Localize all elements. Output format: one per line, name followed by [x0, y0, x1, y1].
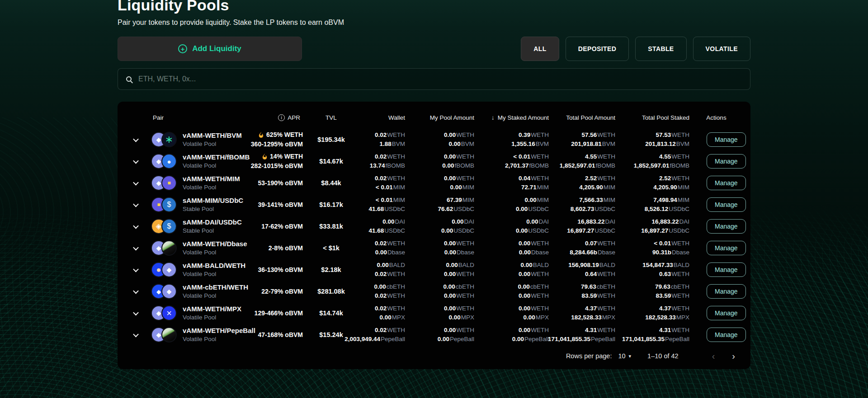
rows-per-page-select[interactable]: 10 ▾: [618, 352, 631, 360]
manage-button[interactable]: Manage: [707, 176, 746, 190]
table-row: ◆ vAMM-WETH/Dbase Volatile Pool 2-8% oBV…: [125, 237, 743, 259]
wallet-cell: 0.02WETH1.88BVM: [359, 131, 405, 149]
add-liquidity-label: Add Liquidity: [192, 44, 241, 53]
manage-button[interactable]: Manage: [707, 241, 746, 255]
col-total-pool-staked[interactable]: Total Pool Staked: [615, 114, 689, 121]
fire-icon: [258, 131, 264, 138]
total-pool-staked-cell: 16,883.22DAI16,897.27USDbC: [615, 217, 689, 236]
col-my-staked-amount[interactable]: ↓ My Staked Amount: [474, 114, 549, 121]
total-pool-amount-cell: 79.63cbETH83.59WETH: [549, 282, 615, 301]
add-liquidity-button[interactable]: + Add Liquidity: [118, 37, 302, 61]
pair-token-icons: ● ◆: [151, 262, 177, 277]
pair-token-icons: ◆ ●: [151, 154, 177, 169]
manage-button[interactable]: Manage: [707, 306, 746, 320]
pagination: Rows per page: 10 ▾ 1–10 of 42 ‹ ›: [125, 346, 743, 366]
tvl-cell: $16.17k: [303, 201, 359, 208]
filter-volatile-button[interactable]: VOLATILE: [693, 37, 750, 61]
manage-button[interactable]: Manage: [707, 328, 746, 342]
fbomb-token-icon: ●: [161, 154, 177, 169]
pair-cell: ◆ ● vAMM-WETH/fBOMB Volatile Pool: [146, 153, 231, 170]
wallet-cell: 0.02WETH0.00Dbase: [359, 239, 405, 258]
total-pool-amount-cell: 4.31WETH171,041,855.35PepeBall: [549, 326, 615, 344]
manage-button[interactable]: Manage: [707, 197, 746, 212]
pair-token-icons: ◆ ◆: [151, 284, 177, 299]
my-staked-amount-cell: 0.00MIM0.00USDbC: [474, 196, 549, 214]
manage-button[interactable]: Manage: [707, 262, 746, 277]
fire-icon: [261, 153, 268, 160]
expand-row-button[interactable]: [130, 264, 142, 276]
chevron-down-icon: [133, 288, 139, 294]
wallet-cell: 0.02WETH13.74fBOMB: [359, 152, 405, 171]
my-staked-amount-cell: 0.00BALD0.00WETH: [474, 261, 549, 279]
my-staked-amount-cell: 0.00WETH0.00PepeBall: [474, 326, 549, 344]
caret-down-icon: ▾: [629, 353, 632, 359]
table-row: ● ◆ vAMM-BALD/WETH Volatile Pool 36-130%…: [125, 259, 743, 281]
manage-button[interactable]: Manage: [707, 154, 746, 169]
search-input[interactable]: [137, 75, 742, 84]
pair-cell: ◆ vAMM-WETH/Dbase Volatile Pool: [146, 239, 231, 257]
expand-row-button[interactable]: [130, 199, 142, 211]
manage-button[interactable]: Manage: [707, 132, 746, 147]
tvl-cell: $14.67k: [303, 158, 359, 165]
total-pool-amount-cell: 0.07WETH8,284.66bDbase: [549, 239, 615, 258]
expand-row-button[interactable]: [130, 242, 142, 254]
total-pool-amount-cell: 57.56WETH201,918.81BVM: [549, 131, 615, 149]
total-pool-staked-cell: 4.55WETH1,852,597.01fBOMB: [615, 152, 689, 171]
pair-token-icons: ◈ $: [151, 219, 177, 234]
previous-page-button[interactable]: ‹: [710, 351, 717, 361]
col-tvl[interactable]: TVL: [303, 114, 359, 121]
liquidity-pools-page: Liquidity Pools Pair your tokens to prov…: [118, 0, 750, 369]
pair-cell: ■ $ sAMM-MIM/USDbC Stable Pool: [146, 196, 231, 213]
total-pool-amount-cell: 2.52WETH4,205.90MIM: [549, 174, 615, 192]
manage-button[interactable]: Manage: [707, 219, 746, 234]
expand-row-button[interactable]: [130, 286, 142, 297]
col-my-pool-amount[interactable]: My Pool Amount: [405, 114, 474, 121]
table-row: ◆ ● vAMM-WETH/fBOMB Volatile Pool 14% WE…: [125, 150, 743, 172]
page-subtitle: Pair your tokens to provide liquidity. S…: [118, 19, 750, 27]
tvl-cell: $14.74k: [303, 309, 359, 317]
expand-row-button[interactable]: [130, 220, 142, 232]
col-wallet[interactable]: Wallet: [359, 114, 405, 121]
table-row: ◆ × vAMM-WETH/MPX Volatile Pool 129-466%…: [125, 302, 743, 324]
expand-row-button[interactable]: [130, 155, 142, 167]
expand-row-button[interactable]: [130, 177, 142, 189]
pair-cell: ◆ × vAMM-WETH/MPX Volatile Pool: [146, 304, 231, 322]
search-box[interactable]: [118, 68, 750, 90]
page-title: Liquidity Pools: [118, 0, 750, 14]
col-actions: Actions: [689, 114, 743, 121]
col-apr[interactable]: APR: [231, 114, 303, 121]
dbase-token-icon: [161, 240, 177, 256]
apr-cell: 625% WETH360-1295% oBVM: [231, 130, 303, 149]
chevron-down-icon: [133, 158, 139, 164]
next-page-button[interactable]: ›: [730, 351, 737, 361]
info-icon[interactable]: [278, 114, 285, 121]
expand-row-button[interactable]: [130, 307, 142, 319]
expand-row-button[interactable]: [130, 329, 142, 341]
total-pool-staked-cell: < 0.01WETH90.31bDbase: [615, 239, 689, 258]
pepeball-token-icon: [161, 327, 177, 342]
table-row: ◆ ∗ vAMM-WETH/BVM Volatile Pool 625% WET…: [125, 129, 743, 150]
wallet-cell: 0.00cbETH0.02WETH: [359, 282, 405, 301]
expand-row-button[interactable]: [130, 134, 142, 145]
table-body: ◆ ∗ vAMM-WETH/BVM Volatile Pool 625% WET…: [125, 129, 743, 346]
filter-deposited-button[interactable]: DEPOSITED: [566, 37, 629, 61]
tvl-cell: $281.08k: [303, 288, 359, 295]
my-staked-amount-cell: < 0.01WETH2,701.37fBOMB: [474, 152, 549, 171]
filter-all-button[interactable]: ALL: [521, 37, 559, 61]
filter-stable-button[interactable]: STABLE: [635, 37, 686, 61]
my-pool-amount-cell: 0.00WETH0.00BVM: [405, 131, 474, 149]
my-staked-amount-cell: 0.04WETH72.71MIM: [474, 174, 549, 192]
manage-button[interactable]: Manage: [707, 284, 746, 299]
pair-token-icons: ◆ ■: [151, 175, 177, 191]
col-total-pool-amount[interactable]: Total Pool Amount: [549, 114, 615, 121]
rows-per-page-label: Rows per page:: [566, 352, 612, 360]
apr-cell: 129-466% oBVM: [231, 309, 303, 318]
rows-per-page-value: 10: [618, 352, 625, 360]
wallet-cell: < 0.01MIM41.68USDbC: [359, 196, 405, 214]
chevron-down-icon: [133, 266, 139, 272]
chevron-down-icon: [133, 201, 139, 207]
my-pool-amount-cell: 0.00DAI0.00USDbC: [405, 217, 474, 236]
total-pool-staked-cell: 7,498.94MIM8,526.12USDbC: [615, 196, 689, 214]
weth-token-icon: ◆: [161, 262, 177, 277]
my-pool-amount-cell: 0.00cbETH0.00WETH: [405, 282, 474, 301]
